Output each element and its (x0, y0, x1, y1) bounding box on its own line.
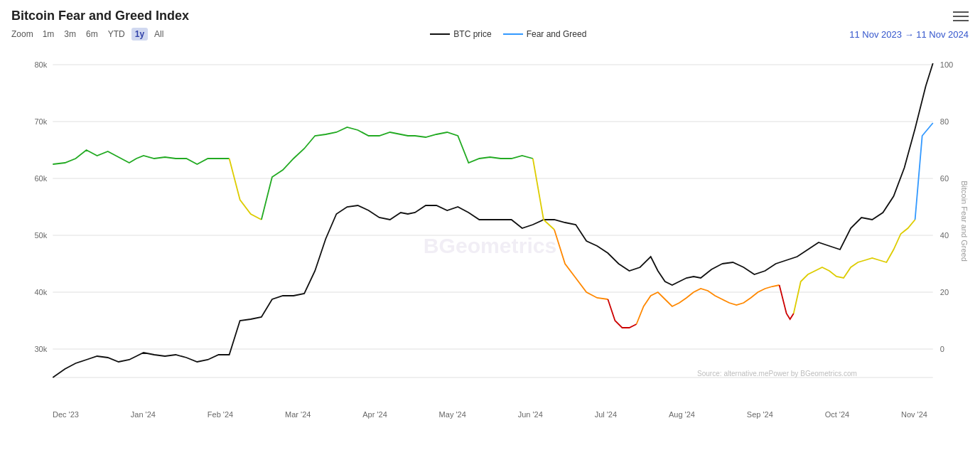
fg-orange-2 (637, 285, 780, 324)
svg-text:50k: 50k (34, 231, 47, 240)
svg-text:0: 0 (940, 345, 944, 353)
xaxis-jan24: Jan '24 (131, 410, 156, 419)
fg-red-2 (780, 285, 794, 319)
xaxis-jul24: Jul '24 (595, 410, 617, 419)
xaxis-mar24: Mar '24 (285, 410, 311, 419)
svg-text:20: 20 (940, 288, 949, 296)
chart-area: 80k 70k 60k 50k 40k 30k 100 80 60 40 20 … (11, 43, 969, 406)
btc-price-line (53, 63, 932, 377)
svg-text:80: 80 (940, 117, 949, 126)
xaxis-aug24: Aug '24 (669, 410, 695, 419)
legend-fg: Fear and Greed (503, 29, 587, 39)
xaxis-sep24: Sep '24 (747, 410, 773, 419)
header-row: Bitcoin Fear and Greed Index (11, 9, 969, 23)
xaxis-labels: Dec '23 Jan '24 Feb '24 Mar '24 Apr '24 … (11, 410, 969, 419)
date-arrow: → (905, 29, 917, 40)
xaxis-feb24: Feb '24 (208, 410, 233, 419)
fg-yellow-3 (794, 220, 915, 314)
legend-fg-line (503, 33, 523, 35)
fg-yellow-2 (533, 159, 554, 230)
xaxis-apr24: Apr '24 (362, 410, 387, 419)
zoom-1m[interactable]: 1m (39, 28, 58, 41)
chart-title: Bitcoin Fear and Greed Index (11, 9, 189, 23)
zoom-label: Zoom (11, 29, 33, 39)
svg-text:60k: 60k (34, 174, 47, 183)
fg-red-1 (608, 299, 636, 328)
legend: BTC price Fear and Greed (430, 29, 586, 39)
svg-text:40k: 40k (34, 288, 47, 296)
fg-green-2 (262, 127, 533, 220)
xaxis-oct24: Oct '24 (825, 410, 850, 419)
svg-text:80k: 80k (34, 60, 47, 69)
xaxis-nov24: Nov '24 (901, 410, 927, 419)
xaxis-dec23: Dec '23 (53, 410, 79, 419)
legend-btc-label: BTC price (453, 29, 491, 39)
svg-text:30k: 30k (34, 345, 47, 353)
fg-yellow-1 (230, 159, 262, 220)
svg-text:60: 60 (940, 174, 949, 183)
date-from: 11 Nov 2023 (849, 29, 902, 40)
svg-text:Source: alternative.me: Source: alternative.me (697, 370, 769, 377)
zoom-all[interactable]: All (151, 28, 167, 41)
controls-row: Zoom 1m 3m 6m YTD 1y All BTC price Fear … (11, 28, 969, 41)
legend-fg-label: Fear and Greed (527, 29, 587, 39)
zoom-ytd[interactable]: YTD (104, 28, 129, 41)
zoom-3m[interactable]: 3m (60, 28, 80, 41)
svg-text:100: 100 (940, 60, 953, 69)
menu-button[interactable] (953, 11, 969, 21)
zoom-6m[interactable]: 6m (82, 28, 102, 41)
fg-blue-1 (915, 123, 933, 220)
zoom-1y[interactable]: 1y (131, 28, 148, 41)
svg-text:Bitcoin Fear and Greed: Bitcoin Fear and Greed (960, 181, 969, 262)
svg-text:40: 40 (940, 231, 949, 240)
fg-orange-1 (554, 230, 608, 299)
svg-text:BGeometrics: BGeometrics (424, 234, 557, 257)
svg-text:Power by BGeometrics.com: Power by BGeometrics.com (769, 370, 857, 377)
date-to: 11 Nov 2024 (916, 29, 969, 40)
xaxis-may24: May '24 (439, 410, 466, 419)
legend-btc: BTC price (430, 29, 491, 39)
chart-container: Bitcoin Fear and Greed Index Zoom 1m 3m … (0, 0, 980, 450)
legend-btc-line (430, 33, 450, 35)
svg-text:70k: 70k (34, 117, 47, 126)
zoom-group: Zoom 1m 3m 6m YTD 1y All (11, 28, 167, 41)
date-range: 11 Nov 2023 → 11 Nov 2024 (849, 29, 969, 40)
fg-green-1 (53, 150, 229, 164)
xaxis-jun24: Jun '24 (518, 410, 543, 419)
chart-svg: 80k 70k 60k 50k 40k 30k 100 80 60 40 20 … (11, 43, 969, 406)
